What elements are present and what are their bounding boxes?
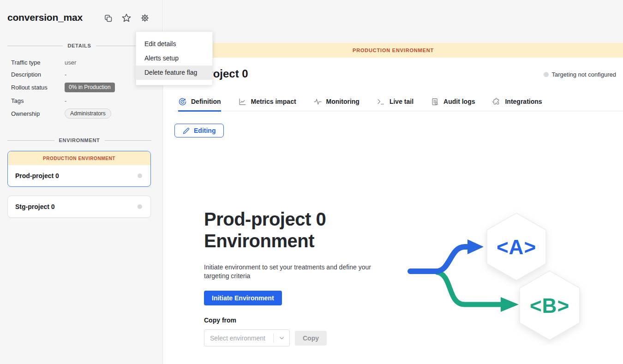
tab-label: Definition <box>191 98 221 105</box>
tab-label: Metrics impact <box>251 98 296 105</box>
tab-bar: Definition Metrics impact Monitoring <box>174 95 623 111</box>
status-dot-icon <box>544 72 549 77</box>
tab-monitoring[interactable]: Monitoring <box>313 95 359 112</box>
environment-empty-title: Prod-project 0 Environment <box>204 209 326 252</box>
detail-label: Tags <box>11 97 65 104</box>
empty-title-line1: Prod-project 0 <box>204 209 326 230</box>
status-dot-icon <box>138 204 142 209</box>
rollout-status-badge: 0% in Production <box>65 83 115 92</box>
target-icon <box>178 97 187 106</box>
copy-button[interactable]: Copy <box>295 331 327 346</box>
pencil-icon <box>183 127 190 134</box>
targeting-status: Targeting not configured <box>544 71 616 78</box>
tab-label: Integrations <box>505 98 542 105</box>
copy-icon[interactable] <box>103 13 113 23</box>
menu-item-edit-details[interactable]: Edit details <box>136 37 212 51</box>
document-search-icon <box>431 97 439 106</box>
environment-name: Prod-project 0 <box>15 172 59 179</box>
detail-row-description: Description - <box>11 68 150 80</box>
targeting-status-label: Targeting not configured <box>552 71 616 78</box>
header-strip <box>163 0 623 43</box>
editing-button-label: Editing <box>194 127 216 134</box>
tab-metrics-impact[interactable]: Metrics impact <box>238 95 296 112</box>
menu-item-delete-feature-flag[interactable]: Delete feature flag <box>136 66 212 80</box>
detail-row-tags: Tags - <box>11 94 150 107</box>
detail-label: Description <box>11 71 65 78</box>
production-environment-label: PRODUCTION ENVIRONMENT <box>8 151 150 165</box>
line-chart-icon <box>238 97 247 106</box>
tab-definition[interactable]: Definition <box>178 95 221 112</box>
chevron-down-icon <box>274 335 289 341</box>
variant-b-label: <B> <box>530 294 569 317</box>
detail-label: Traffic type <box>11 59 65 66</box>
tab-live-tail[interactable]: Live tail <box>377 95 413 112</box>
initiate-environment-button[interactable]: Initiate Environment <box>204 291 282 305</box>
details-header-label: DETAILS <box>67 43 91 48</box>
star-icon[interactable] <box>121 13 132 23</box>
ownership-pill[interactable]: Administrators <box>65 108 111 119</box>
detail-row-ownership: Ownership Administrators <box>11 107 150 120</box>
environment-section-header: ENVIRONMENT <box>7 137 151 143</box>
detail-row-traffic-type: Traffic type user <box>11 56 150 68</box>
empty-title-line2: Environment <box>204 230 326 252</box>
environment-card-stg[interactable]: Stg-project 0 <box>7 196 151 218</box>
detail-label: Rollout status <box>11 84 65 91</box>
variant-a-label: <A> <box>497 236 536 258</box>
details-section-header: DETAILS <box>7 43 151 48</box>
copy-from-controls: Select environment Copy <box>204 329 327 346</box>
detail-value: - <box>65 97 66 104</box>
tab-label: Monitoring <box>326 98 359 105</box>
environment-name: Stg-project 0 <box>15 203 55 210</box>
detail-value: - <box>65 71 66 78</box>
environment-select-placeholder: Select environment <box>204 334 273 342</box>
production-environment-banner: PRODUCTION ENVIRONMENT <box>163 43 623 58</box>
feature-flag-name: conversion_max <box>7 12 83 23</box>
main-content: PRODUCTION ENVIRONMENT Prod-project 0 Ta… <box>163 0 623 364</box>
tab-label: Audit logs <box>443 98 475 105</box>
details-rows: Traffic type user Description - Rollout … <box>11 56 150 120</box>
pulse-icon <box>313 97 322 106</box>
detail-label: Ownership <box>11 110 65 117</box>
copy-from-label: Copy from <box>204 316 236 324</box>
settings-dropdown-menu: Edit details Alerts setup Delete feature… <box>136 31 213 85</box>
tab-audit-logs[interactable]: Audit logs <box>431 95 475 112</box>
tab-label: Live tail <box>389 98 413 105</box>
terminal-icon <box>377 97 385 106</box>
editing-button[interactable]: Editing <box>174 124 224 137</box>
flag-title-actions <box>103 13 150 23</box>
detail-row-rollout-status: Rollout status 0% in Production <box>11 80 150 94</box>
ab-split-illustration: <A> <B> <box>407 207 587 345</box>
tab-integrations[interactable]: Integrations <box>492 95 542 112</box>
environment-card-prod[interactable]: PRODUCTION ENVIRONMENT Prod-project 0 <box>7 151 151 187</box>
status-dot-icon <box>138 173 142 178</box>
puzzle-icon <box>492 97 501 106</box>
environment-empty-description: Initiate environment to set your treatme… <box>204 263 374 280</box>
environment-header-label: ENVIRONMENT <box>59 137 100 143</box>
menu-item-alerts-setup[interactable]: Alerts setup <box>136 51 212 66</box>
detail-value: user <box>65 59 76 66</box>
gear-icon[interactable] <box>140 13 150 23</box>
environment-select[interactable]: Select environment <box>204 329 290 346</box>
